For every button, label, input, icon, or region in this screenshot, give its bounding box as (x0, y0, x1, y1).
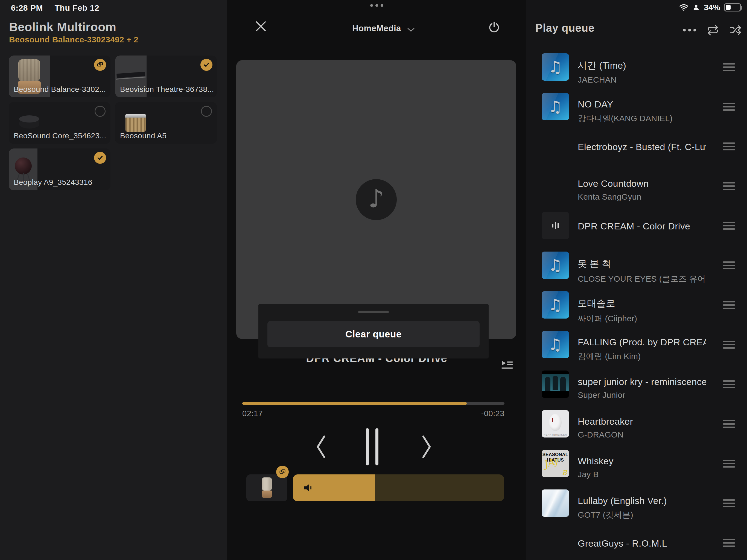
progress-bar[interactable] (242, 402, 505, 405)
reorder-handle-icon[interactable] (723, 341, 735, 349)
beosound-core-image (19, 116, 40, 131)
queue-item-artist: Jay B (578, 470, 706, 479)
beosound-balance-thumb-image (261, 478, 272, 498)
status-bar-right: 34% (679, 3, 741, 12)
album-art-music-note: ♫ (542, 252, 569, 279)
previous-track-button[interactable] (315, 434, 327, 459)
queue-item[interactable]: ♫ NO DAY 강다니엘(KANG DANIEL) (542, 93, 737, 133)
reorder-handle-icon[interactable] (723, 301, 735, 309)
selected-check-badge[interactable] (94, 152, 106, 164)
battery-percent: 34% (704, 3, 720, 12)
queue-item-artist: 김예림 (Lim Kim) (578, 351, 706, 362)
device-name: Beosound Balance-3302... (14, 85, 106, 94)
multitasking-dots-icon[interactable] (227, 4, 526, 7)
reorder-handle-icon[interactable] (723, 143, 735, 150)
up-next-button[interactable] (500, 359, 514, 372)
queue-item-artist: CLOSE YOUR EYES (클로즈 유어 아이즈) (578, 274, 706, 285)
queue-item-artist: GOT7 (갓세븐) (578, 509, 706, 520)
album-art-photo (542, 371, 569, 398)
reorder-handle-icon[interactable] (723, 63, 735, 71)
queue-item[interactable]: Love Countdown Kenta SangGyun (542, 172, 737, 212)
queue-item[interactable]: GreatGuys - R.O.M.L (542, 529, 737, 560)
repeat-icon[interactable] (706, 24, 719, 36)
unselected-radio[interactable] (201, 106, 212, 117)
chevron-down-icon[interactable] (407, 27, 415, 32)
queue-item-artist: Super Junior (578, 390, 706, 400)
status-bar-left: 6:28 PM Thu Feb 12 (11, 3, 99, 12)
pause-button[interactable] (366, 428, 382, 465)
device-card-beosound-core[interactable]: BeoSound Core_354623... (9, 102, 110, 144)
power-button[interactable] (487, 21, 501, 34)
reorder-handle-icon[interactable] (723, 460, 735, 467)
queue-item-title: Heartbreaker (578, 416, 706, 427)
reorder-handle-icon[interactable] (723, 499, 735, 507)
speaker-icon (302, 482, 314, 494)
device-grid: Beosound Balance-3302... Beovision Theat… (9, 55, 218, 190)
volume-device-thumbnail[interactable] (247, 475, 287, 501)
reorder-handle-icon[interactable] (723, 380, 735, 388)
reorder-handle-icon[interactable] (723, 261, 735, 269)
music-disc: ♪ (356, 179, 397, 220)
reorder-handle-icon[interactable] (723, 182, 735, 190)
queue-item-title: 모태솔로 (578, 297, 706, 310)
time-row: 02:17 -00:23 (242, 409, 505, 418)
device-card-beovision-theatre[interactable]: Beovision Theatre-36738... (115, 55, 217, 97)
queue-item-title: FALLING (Prod. by DPR CREAM) (578, 337, 706, 348)
queue-item[interactable]: Lullaby (English Ver.) GOT7 (갓세븐) (542, 489, 737, 529)
queue-item-title: 시간 (Time) (578, 59, 706, 72)
album-art-music-note: ♫ (542, 93, 569, 120)
now-playing-equalizer-icon (542, 212, 569, 239)
queue-item[interactable]: SEASONAL HIATUS JAy B Whiskey Jay B (542, 450, 737, 489)
queue-item[interactable]: ♫ 모태솔로 싸이퍼 (Ciipher) (542, 291, 737, 331)
queue-item-artist: 싸이퍼 (Ciipher) (578, 313, 706, 324)
more-options-button[interactable] (683, 29, 696, 31)
queue-item[interactable]: ♫ FALLING (Prod. by DPR CREAM) 김예림 (Lim … (542, 331, 737, 371)
elapsed-time: 02:17 (242, 409, 263, 418)
source-selector[interactable]: HomeMedia (227, 24, 526, 33)
reorder-handle-icon[interactable] (723, 103, 735, 111)
reorder-handle-icon[interactable] (723, 222, 735, 230)
source-label: HomeMedia (352, 24, 401, 33)
queue-item[interactable]: ♫ 못 본 척 CLOSE YOUR EYES (클로즈 유어 아이즈) (542, 252, 737, 291)
device-card-beosound-a5[interactable]: Beosound A5 (115, 102, 217, 144)
queue-actions (683, 24, 742, 36)
selected-check-badge[interactable] (200, 59, 212, 71)
next-track-button[interactable] (420, 434, 433, 459)
album-art-music-note: ♫ (542, 53, 569, 81)
clear-queue-button[interactable]: Clear queue (267, 321, 480, 347)
device-card-beosound-balance[interactable]: Beosound Balance-3302... (9, 55, 110, 97)
now-playing-panel: HomeMedia ♪ DPR CREAM - Color Drive (227, 0, 526, 560)
queue-item-title: GreatGuys - R.O.M.L (578, 538, 706, 549)
queue-item[interactable]: Electroboyz - Busted (Ft. C-Luv) (542, 133, 737, 172)
device-name: Beovision Theatre-36738... (120, 85, 214, 94)
album-art-placeholder: ♪ (236, 60, 516, 339)
previous-icon (315, 434, 327, 459)
clear-queue-sheet: Clear queue (258, 304, 489, 358)
shuffle-icon[interactable] (729, 24, 742, 36)
queue-item[interactable]: ♫ 시간 (Time) JAECHAN (542, 53, 737, 93)
queue-item[interactable]: super junior kry - reminiscence [... Sup… (542, 371, 737, 410)
multiroom-link-badge (276, 466, 289, 478)
check-icon (97, 154, 104, 161)
date: Thu Feb 12 (55, 3, 99, 12)
queue-item-title: Lullaby (English Ver.) (578, 495, 706, 506)
queue-item-title: Electroboyz - Busted (Ft. C-Luv) (578, 142, 706, 152)
multiroom-link-badge[interactable] (94, 59, 106, 71)
beovision-theatre-image (116, 70, 146, 83)
queue-item-title: 못 본 척 (578, 258, 706, 270)
queue-item-artist: G-DRAGON (578, 430, 706, 439)
queue-item[interactable]: HEARTBREAKER Heartbreaker G-DRAGON (542, 410, 737, 450)
unselected-radio[interactable] (95, 106, 106, 117)
reorder-handle-icon[interactable] (723, 539, 735, 547)
queue-item-title: Love Countdown (578, 178, 706, 189)
queue-item-artist: JAECHAN (578, 75, 706, 84)
drag-handle[interactable] (358, 311, 389, 313)
reorder-handle-icon[interactable] (723, 420, 735, 428)
volume-slider[interactable] (293, 475, 504, 501)
beolink-app: 6:28 PM Thu Feb 12 Beolink Multiroom Beo… (0, 0, 747, 560)
device-card-beoplay-a9[interactable]: Beoplay A9_35243316 (9, 149, 110, 190)
user-icon (692, 4, 700, 11)
device-name: BeoSound Core_354623... (14, 131, 106, 140)
queue-list: ♫ 시간 (Time) JAECHAN ♫ NO DAY 강다니엘(KANG D… (542, 53, 737, 560)
queue-item-now-playing[interactable]: DPR CREAM - Color Drive (542, 212, 737, 252)
